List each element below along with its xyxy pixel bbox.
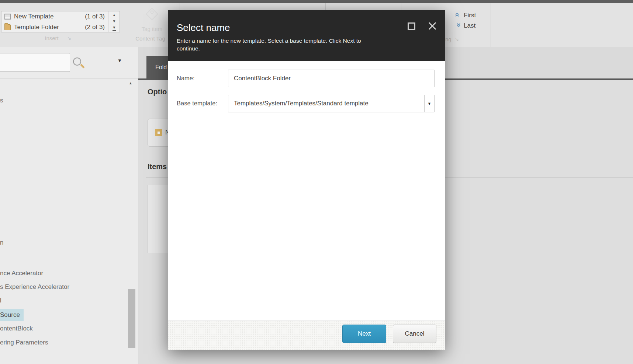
tree-item[interactable]: ontentBlock — [0, 325, 33, 333]
gallery-last-icon[interactable]: ▼ — [108, 24, 120, 31]
base-template-dropdown-button[interactable]: ▼ — [424, 95, 434, 112]
gallery-scroller: ▲ ▼ ▼ — [108, 11, 120, 32]
tree-item[interactable]: l — [0, 297, 1, 305]
ribbon-divider — [122, 3, 122, 47]
first-icon: « — [454, 13, 461, 17]
search-input[interactable] — [0, 53, 70, 72]
search-dropdown-caret-icon[interactable]: ▼ — [117, 58, 122, 63]
base-template-value: Templates/System/Templates/Standard temp… — [228, 95, 424, 112]
combo-caret-icon: ▼ — [428, 101, 432, 106]
dialog-title: Select name — [177, 22, 230, 34]
template-option-icon — [155, 129, 162, 136]
tree-item[interactable]: nce Accelerator — [0, 269, 43, 277]
first-button-label: First — [464, 12, 476, 19]
tree-item[interactable]: s — [0, 97, 3, 105]
dialog-subtitle: Enter a name for the new template. Selec… — [177, 37, 380, 52]
gallery-item-label: Template Folder — [14, 24, 59, 31]
cancel-button[interactable]: Cancel — [393, 325, 436, 343]
base-template-combobox[interactable]: Templates/System/Templates/Standard temp… — [228, 95, 435, 112]
tree-item-selected[interactable]: Source — [0, 309, 24, 321]
next-button[interactable]: Next — [342, 325, 386, 343]
ribbon-divider — [491, 3, 491, 47]
gallery-down-icon[interactable]: ▼ — [108, 18, 120, 25]
tree-item[interactable]: ering Parameters — [0, 339, 48, 347]
gallery-item-new-template[interactable]: New Template (1 of 3) — [1, 11, 108, 22]
select-name-dialog: Select name Enter a name for the new tem… — [168, 10, 445, 350]
window-top-bar — [0, 0, 633, 3]
search-icon[interactable] — [73, 57, 81, 66]
sorting-launcher-icon[interactable]: ↘ — [455, 36, 459, 42]
gallery-item-count: (1 of 3) — [85, 13, 105, 20]
dialog-footer: Next Cancel — [168, 321, 445, 350]
template-folder-icon — [4, 24, 11, 30]
gallery-up-icon[interactable]: ▲ — [108, 12, 120, 18]
base-template-label: Base template: — [177, 100, 217, 107]
options-heading: Optio — [148, 88, 167, 96]
sorting-group-label: ng — [445, 36, 452, 42]
insert-launcher-icon[interactable]: ↘ — [67, 35, 71, 41]
tree-scrollbar-thumb[interactable] — [128, 289, 135, 348]
name-input[interactable] — [228, 70, 435, 87]
tree-scroll-up-icon[interactable]: ▲ — [129, 81, 132, 85]
gallery-item-count: (2 of 3) — [85, 24, 105, 31]
last-icon: « — [454, 23, 461, 27]
dialog-header[interactable]: Select name Enter a name for the new tem… — [168, 10, 445, 61]
close-icon[interactable] — [427, 21, 437, 31]
gallery-item-label: New Template — [14, 13, 53, 20]
last-button[interactable]: « Last — [456, 21, 475, 29]
tag-item-button[interactable]: Tag item — [130, 26, 174, 32]
panel-separator — [0, 78, 138, 78]
maximize-icon[interactable] — [408, 22, 415, 30]
name-label: Name: — [177, 75, 195, 82]
insert-gallery: New Template (1 of 3) Template Folder (2… — [1, 11, 120, 32]
gallery-item-template-folder[interactable]: Template Folder (2 of 3) — [1, 22, 108, 33]
new-template-icon — [4, 14, 11, 20]
last-button-label: Last — [464, 22, 475, 29]
tree-item[interactable]: s Experience Accelerator — [0, 283, 69, 291]
first-button[interactable]: « First — [456, 11, 476, 19]
items-heading: Items — [148, 162, 167, 171]
tree-item[interactable]: n — [0, 239, 3, 247]
insert-group-label: Insert — [37, 35, 66, 41]
